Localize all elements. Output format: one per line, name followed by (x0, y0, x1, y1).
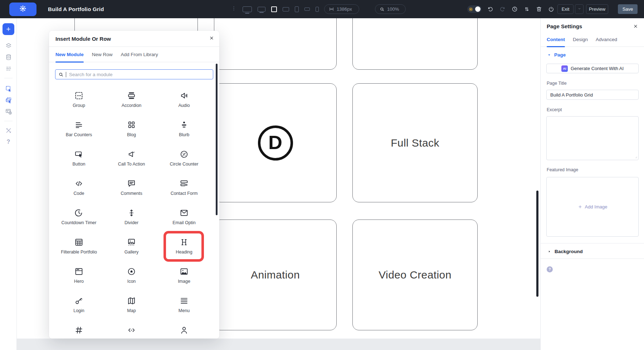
canvas-width-field[interactable]: 1386px (324, 4, 359, 14)
sidebar-list-rows-button[interactable] (0, 65, 17, 73)
power-button[interactable] (548, 6, 555, 13)
module-map[interactable]: Map (105, 295, 158, 324)
builder-logo-button[interactable] (9, 3, 36, 16)
resize-handle-icon[interactable] (633, 154, 638, 161)
module-divider[interactable]: Divider (105, 207, 158, 236)
portfolio-card[interactable] (352, 18, 478, 70)
canvas-zoom-field[interactable]: 100% (375, 4, 406, 14)
module-audio[interactable]: Audio (158, 89, 210, 119)
module-label: Login (73, 308, 84, 313)
generate-content-ai-button[interactable]: AI Generate Content With AI (546, 64, 639, 73)
sidebar-select-section-button[interactable] (0, 96, 17, 104)
login-icon (74, 296, 84, 306)
module-gallery[interactable]: Gallery (105, 236, 158, 265)
card-title: Animation (251, 269, 300, 281)
module-circle-counter[interactable]: Circle Counter (158, 148, 210, 177)
modal-tab-new-row[interactable]: New Row (92, 47, 113, 62)
portfolio-card[interactable] (214, 18, 337, 70)
portfolio-card-animation[interactable]: Animation (214, 220, 337, 330)
module-login[interactable]: Login (53, 295, 105, 324)
sidebar-tools-button[interactable] (0, 127, 17, 134)
module-blog[interactable]: Blog (105, 119, 158, 148)
exit-dropdown-button[interactable] (575, 4, 584, 14)
module-icon[interactable]: Icon (105, 265, 158, 295)
device-tablet-landscape-button[interactable] (283, 7, 289, 11)
insert-module-modal: Insert Module Or Row New ModuleNew RowAd… (49, 31, 219, 339)
module-blurb[interactable]: Blurb (158, 119, 210, 148)
module-image[interactable]: Image (158, 265, 210, 295)
module-heading[interactable]: Heading (158, 236, 210, 265)
module-email-optin[interactable]: Email Optin (158, 207, 210, 236)
module-countdown-timer[interactable]: Countdown Timer (53, 207, 105, 236)
history-button[interactable] (511, 6, 518, 13)
panel-tabs: ContentDesignAdvanced (541, 33, 644, 47)
modal-tab-new-module[interactable]: New Module (55, 47, 84, 62)
module-arrows[interactable] (105, 324, 158, 339)
module-label: Button (72, 162, 85, 167)
modal-close-button[interactable] (209, 35, 214, 42)
magnifier-icon (380, 7, 385, 12)
panel-tab-design[interactable]: Design (573, 33, 588, 47)
close-icon (209, 35, 214, 41)
module-call-to-action[interactable]: Call To Action (105, 148, 158, 177)
module-search-input[interactable] (68, 72, 213, 78)
module-menu[interactable]: Menu (158, 295, 210, 324)
module-grid: GroupAccordionAudioBar CountersBlogBlurb… (53, 89, 210, 339)
module-person[interactable] (158, 324, 210, 339)
sidebar-help-button[interactable]: ? (0, 138, 17, 146)
portfolio-card-video-creation[interactable]: Video Creation (352, 220, 478, 330)
module-contact-form[interactable]: Contact Form (158, 177, 210, 207)
page-section-toggle[interactable]: Page (547, 52, 566, 58)
trash-button[interactable] (536, 6, 542, 13)
more-options-button[interactable] (231, 5, 237, 13)
sidebar-wireframe-button[interactable] (0, 108, 17, 115)
redo-button[interactable] (499, 6, 506, 13)
device-square-active-button[interactable] (271, 6, 277, 12)
module-group[interactable]: Group (53, 89, 105, 119)
module-label: Call To Action (118, 162, 145, 167)
portfolio-card-d[interactable]: D (214, 83, 337, 202)
module-comments[interactable]: Comments (105, 177, 158, 207)
background-section-toggle[interactable]: Background (548, 247, 583, 255)
help-button[interactable]: ? (547, 266, 553, 272)
module-button[interactable]: Button (53, 148, 105, 177)
page-title-input[interactable] (546, 90, 639, 100)
module-search-box[interactable] (55, 69, 213, 79)
modal-tab-add-from-library[interactable]: Add From Library (121, 47, 158, 62)
panel-divider (541, 258, 644, 259)
module-bar-counters[interactable]: Bar Counters (53, 119, 105, 148)
module-accordion[interactable]: Accordion (105, 89, 158, 119)
device-tablet-portrait-button[interactable] (295, 6, 299, 12)
card-title: Full Stack (391, 137, 439, 149)
portfolio-card-full-stack[interactable]: Full Stack (352, 83, 478, 202)
modal-scrollbar[interactable] (216, 64, 218, 215)
sidebar-layers-button[interactable] (0, 42, 17, 50)
module-hero[interactable]: Hero (53, 265, 105, 295)
module-hash[interactable] (53, 324, 105, 339)
module-label: Divider (125, 220, 138, 225)
featured-image-dropzone[interactable]: Add Image (546, 177, 639, 237)
panel-tab-content[interactable]: Content (547, 33, 565, 47)
preview-button[interactable]: Preview (586, 4, 608, 14)
device-laptop-button[interactable] (258, 7, 265, 12)
database-icon (5, 54, 12, 61)
module-filterable-portfolio[interactable]: Filterable Portfolio (53, 236, 105, 265)
exit-button[interactable]: Exit (557, 4, 574, 14)
undo-button[interactable] (487, 6, 494, 13)
help-icon: ? (7, 139, 10, 145)
save-button[interactable]: Save (618, 4, 638, 14)
canvas-scrollbar[interactable] (536, 191, 538, 297)
device-phone-landscape-button[interactable] (304, 8, 310, 11)
add-content-button[interactable] (3, 23, 14, 35)
panel-close-button[interactable] (633, 24, 638, 30)
panel-tab-advanced[interactable]: Advanced (596, 33, 617, 47)
sort-button[interactable] (523, 6, 530, 13)
builder-mode-toggle[interactable] (467, 5, 482, 13)
sidebar-select-module-button[interactable] (0, 85, 17, 93)
device-desktop-button[interactable] (243, 6, 252, 12)
device-phone-portrait-button[interactable] (316, 7, 319, 12)
triangle-down-icon (547, 53, 551, 57)
sidebar-database-button[interactable] (0, 53, 17, 61)
excerpt-textarea[interactable] (546, 116, 639, 160)
module-code[interactable]: Code (53, 177, 105, 207)
